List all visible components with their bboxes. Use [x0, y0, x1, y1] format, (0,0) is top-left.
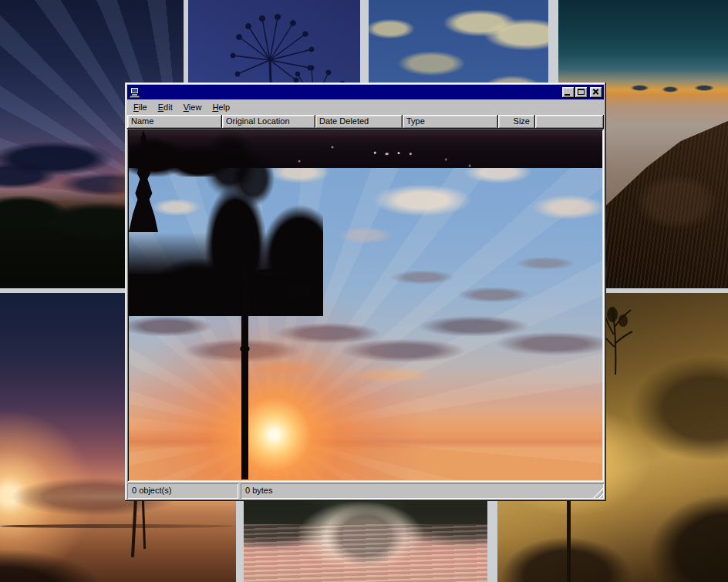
minimize-icon	[565, 94, 570, 96]
column-header-original-location[interactable]: Original Location	[222, 115, 315, 129]
menu-view[interactable]: View	[178, 101, 207, 114]
column-header-date-deleted[interactable]: Date Deleted	[315, 115, 403, 129]
maximize-icon	[578, 89, 585, 95]
menu-help[interactable]: Help	[207, 101, 235, 114]
column-header-stub	[535, 115, 604, 129]
menu-edit[interactable]: Edit	[153, 101, 178, 114]
sunset-lamp-photo	[129, 130, 602, 480]
column-header-type[interactable]: Type	[403, 115, 498, 129]
minimize-button[interactable]	[562, 87, 575, 98]
column-header-size[interactable]: Size	[498, 115, 535, 129]
desktop: File Edit View Help Name Original Locati…	[0, 0, 728, 582]
menu-bar: File Edit View Help	[127, 99, 604, 115]
status-object-count: 0 object(s)	[127, 483, 238, 499]
street-lamp-silhouette	[129, 130, 602, 479]
status-bar: 0 object(s) 0 bytes	[127, 483, 604, 499]
water-ripples	[244, 524, 487, 582]
recycle-bin-window: File Edit View Help Name Original Locati…	[125, 82, 606, 501]
status-total-size: 0 bytes	[241, 483, 604, 499]
list-column-headers: Name Original Location Date Deleted Type…	[127, 115, 604, 129]
lamp-pole-silhouette	[567, 495, 571, 582]
computer-icon	[129, 87, 140, 98]
list-view-area	[127, 129, 604, 482]
titlebar[interactable]	[127, 85, 604, 99]
far-shore-streak	[0, 524, 236, 528]
column-header-name[interactable]: Name	[127, 115, 222, 129]
maximize-button[interactable]	[575, 87, 588, 98]
close-button[interactable]	[590, 87, 602, 98]
menu-file[interactable]: File	[128, 101, 153, 114]
